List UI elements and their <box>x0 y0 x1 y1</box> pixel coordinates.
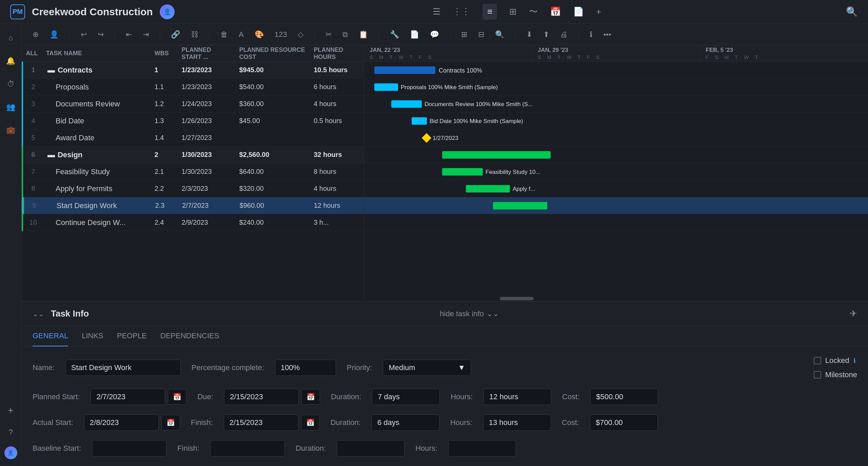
gantt-bar-startdesign[interactable] <box>493 202 547 209</box>
table-row[interactable]: 8 Apply for Permits 2.2 2/3/2023 $320.00… <box>22 180 364 197</box>
bar-chart-icon[interactable]: ⋮⋮ <box>453 6 470 17</box>
gantt-bar-proposals[interactable] <box>374 83 398 91</box>
hours-baseline-input[interactable] <box>448 440 516 457</box>
name-input[interactable] <box>65 360 181 376</box>
sidebar-notifications[interactable]: 🔔 <box>3 54 18 68</box>
delete-button[interactable]: 🗑 <box>218 28 231 41</box>
collapse-chevrons[interactable]: ⌄⌄ <box>33 310 44 318</box>
redo-button[interactable]: ↪ <box>95 28 106 41</box>
hours-planned-input[interactable] <box>484 389 551 405</box>
sidebar-time[interactable]: ⏱ <box>3 77 18 92</box>
add-view-icon[interactable]: + <box>596 6 601 17</box>
tool1-button[interactable]: 🔧 <box>387 28 402 41</box>
user-avatar[interactable]: 👤 <box>160 4 175 19</box>
gantt-bar-documents[interactable] <box>391 100 422 108</box>
cost-actual-input[interactable] <box>590 414 658 431</box>
gantt-diamond-award[interactable] <box>422 133 431 143</box>
indent-button[interactable]: ⇥ <box>140 28 152 41</box>
document-view-icon[interactable]: 📄 <box>573 6 584 17</box>
paste-button[interactable]: 📋 <box>356 28 371 41</box>
table-row[interactable]: 5 Award Date 1.4 1/27/2023 <box>22 129 364 146</box>
gantt-bar-permits[interactable] <box>466 185 510 193</box>
sidebar-help[interactable]: ? <box>3 425 18 440</box>
sidebar-people[interactable]: 👥 <box>3 100 18 115</box>
planned-start-calendar[interactable]: 📅 <box>168 389 186 405</box>
priority-dropdown[interactable]: Medium ▼ <box>383 360 471 376</box>
pct-complete-input[interactable] <box>275 360 336 376</box>
cut-button[interactable]: ✂ <box>323 28 334 41</box>
calendar-view-icon[interactable]: 📅 <box>550 6 561 17</box>
link-button[interactable]: 🔗 <box>168 28 183 41</box>
collapse-icon[interactable]: ▬ <box>47 66 55 75</box>
gantt-scrollbar-thumb[interactable] <box>500 297 534 300</box>
sidebar-add[interactable]: + <box>3 403 18 418</box>
table-row[interactable]: 9 Start Design Work 2.3 2/7/2023 $960.00… <box>22 197 364 214</box>
list-view-icon[interactable]: ☰ <box>433 6 440 17</box>
number-button[interactable]: 123 <box>272 28 290 41</box>
baseline-finish-input[interactable] <box>210 440 285 457</box>
actual-start-calendar[interactable]: 📅 <box>161 415 180 430</box>
duration-baseline-input[interactable] <box>337 440 405 457</box>
hide-task-info-button[interactable]: hide task info ⌄⌄ <box>440 309 499 318</box>
search-icon[interactable]: 🔍 <box>846 6 858 17</box>
sidebar-home[interactable]: ⌂ <box>3 31 18 45</box>
add-task-button[interactable]: ⊕ <box>30 28 41 41</box>
table-row[interactable]: 2 Proposals 1.1 1/23/2023 $540.00 6 hour… <box>22 79 364 96</box>
duration-planned-input[interactable] <box>372 389 440 405</box>
cost-planned-input[interactable] <box>590 389 658 405</box>
finish-input[interactable] <box>224 414 298 431</box>
baseline-start-input[interactable] <box>92 440 166 457</box>
tab-dependencies[interactable]: DEPENDENCIES <box>160 326 219 346</box>
due-calendar[interactable]: 📅 <box>301 389 320 405</box>
send-icon[interactable]: ✈ <box>850 308 857 319</box>
undo-button[interactable]: ↩ <box>78 28 90 41</box>
milestone-checkbox[interactable] <box>814 371 821 379</box>
font-button[interactable]: A <box>236 28 246 41</box>
pulse-icon[interactable]: 〜 <box>529 6 538 18</box>
color-button[interactable]: 🎨 <box>252 28 267 41</box>
collapse-icon[interactable]: ▬ <box>47 150 55 159</box>
comment-button[interactable]: 💬 <box>427 28 442 41</box>
actual-start-input[interactable] <box>84 414 159 431</box>
table-row[interactable]: 6 ▬ Design 2 1/30/2023 $2,560.00 32 hour… <box>22 146 364 163</box>
table-row[interactable]: 10 Continue Design W... 2.4 2/9/2023 $24… <box>22 214 364 231</box>
unlink-button[interactable]: ⛓ <box>188 28 201 41</box>
tool2-button[interactable]: 📄 <box>407 28 422 41</box>
zoom-button[interactable]: 🔍 <box>492 28 507 41</box>
gantt-bar-feasibility[interactable] <box>442 168 483 176</box>
due-input[interactable] <box>224 389 299 405</box>
outdent-button[interactable]: ⇤ <box>123 28 135 41</box>
locked-info-icon[interactable]: ℹ <box>853 357 856 364</box>
finish-calendar[interactable]: 📅 <box>301 415 320 430</box>
table-row[interactable]: 3 Documents Review 1.2 1/24/2023 $360.00… <box>22 96 364 113</box>
sidebar-briefcase[interactable]: 💼 <box>3 123 18 138</box>
tab-links[interactable]: LINKS <box>82 326 103 346</box>
gantt-scrollbar[interactable] <box>364 297 868 300</box>
planned-start-input[interactable] <box>91 389 165 405</box>
tab-people[interactable]: PEOPLE <box>117 326 147 346</box>
more-button[interactable]: ••• <box>600 28 614 41</box>
info-button[interactable]: ℹ <box>587 28 595 41</box>
export-button[interactable]: ⬇ <box>524 28 535 41</box>
shape-button[interactable]: ◇ <box>295 28 306 41</box>
gantt-icon[interactable]: ≡ <box>482 4 497 20</box>
gantt-bar-contracts[interactable] <box>374 66 435 74</box>
grid-button[interactable]: ⊟ <box>475 28 487 41</box>
table-row[interactable]: 1 ▬ Contracts 1 1/23/2023 $945.00 10.5 h… <box>22 62 364 79</box>
gantt-bar-design[interactable] <box>442 151 551 159</box>
col-all-header[interactable]: ALL <box>22 50 42 57</box>
copy-button[interactable]: ⧉ <box>340 28 351 41</box>
hours-actual-input[interactable] <box>483 414 551 431</box>
upload-button[interactable]: ⬆ <box>540 28 552 41</box>
table-row[interactable]: 4 Bid Date 1.3 1/26/2023 $45.00 0.5 hour… <box>22 113 364 129</box>
sidebar-avatar[interactable]: 👤 <box>4 446 17 459</box>
gantt-bar-bid[interactable] <box>412 117 427 125</box>
locked-checkbox[interactable] <box>814 357 821 364</box>
print-button[interactable]: 🖨 <box>557 28 570 41</box>
duration-actual-input[interactable] <box>372 414 439 431</box>
tab-general[interactable]: GENERAL <box>33 326 68 346</box>
add-person-button[interactable]: 👤 <box>47 28 61 41</box>
table-view-icon[interactable]: ⊞ <box>509 6 517 17</box>
split-button[interactable]: ⊞ <box>458 28 470 41</box>
table-row[interactable]: 7 Feasibility Study 2.1 1/30/2023 $640.0… <box>22 163 364 180</box>
